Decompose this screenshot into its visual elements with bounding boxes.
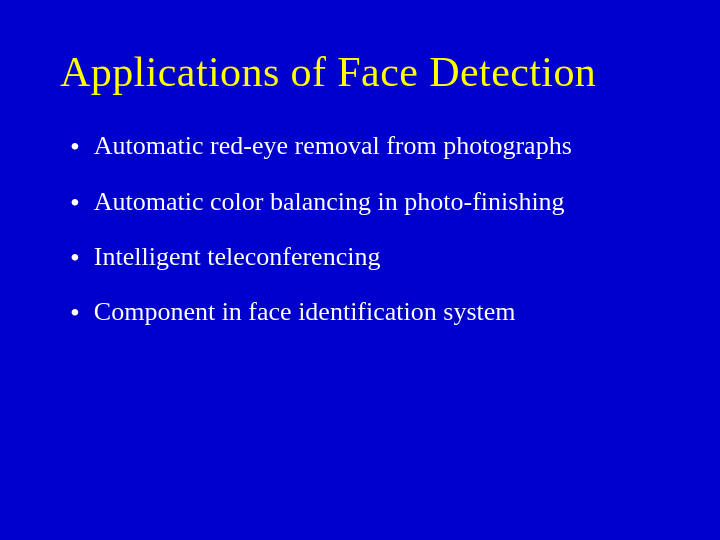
bullet-dot-3: • bbox=[70, 240, 80, 276]
bullet-list: • Automatic red-eye removal from photogr… bbox=[60, 128, 660, 332]
slide-title: Applications of Face Detection bbox=[60, 48, 660, 96]
list-item: • Intelligent teleconferencing bbox=[70, 239, 660, 276]
bullet-text-1: Automatic red-eye removal from photograp… bbox=[94, 128, 572, 163]
bullet-text-3: Intelligent teleconferencing bbox=[94, 239, 381, 274]
bullet-text-2: Automatic color balancing in photo-finis… bbox=[94, 184, 565, 219]
bullet-text-4: Component in face identification system bbox=[94, 294, 516, 329]
list-item: • Automatic red-eye removal from photogr… bbox=[70, 128, 660, 165]
list-item: • Component in face identification syste… bbox=[70, 294, 660, 331]
bullet-dot-2: • bbox=[70, 185, 80, 221]
bullet-dot-1: • bbox=[70, 129, 80, 165]
slide: Applications of Face Detection • Automat… bbox=[0, 0, 720, 540]
bullet-dot-4: • bbox=[70, 295, 80, 331]
list-item: • Automatic color balancing in photo-fin… bbox=[70, 184, 660, 221]
